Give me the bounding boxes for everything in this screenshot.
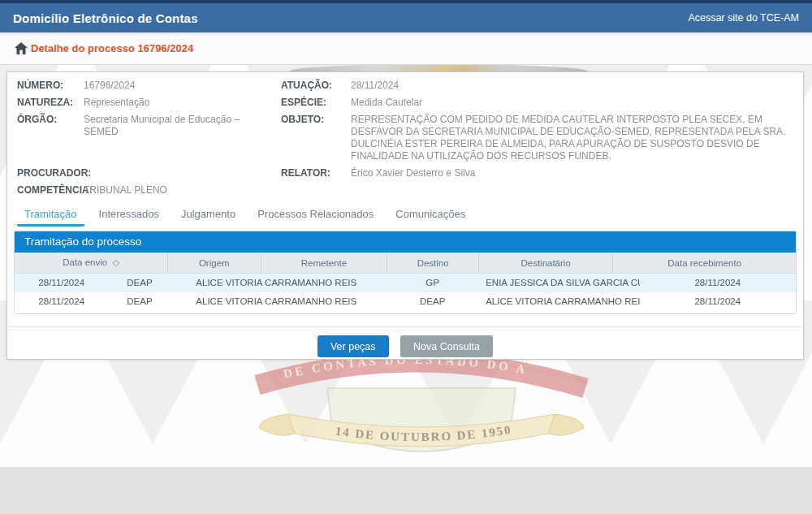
cell-destinatario[interactable]: ENIA JESSICA DA SILVA GARCIA CUNHA	[483, 274, 639, 292]
cell-remetente[interactable]: ALICE VITORIA CARRAMANHO REIS	[171, 292, 382, 311]
tab-processos-relacionados[interactable]: Processos Relacionados	[250, 202, 381, 227]
table-row[interactable]: 28/11/2024 DEAP ALICE VITORIA CARRAMANHO…	[15, 292, 796, 311]
tramitacao-table-body: 28/11/2024 DEAP ALICE VITORIA CARRAMANHO…	[15, 274, 796, 310]
cell-data-envio[interactable]: 28/11/2024	[15, 274, 108, 292]
process-detail-card: NÚMERO: 16796/2024 ATUAÇÃO: 28/11/2024 N…	[6, 71, 804, 360]
table-row[interactable]: 28/11/2024 DEAP ALICE VITORIA CARRAMANHO…	[15, 274, 796, 292]
column-data-envio[interactable]: Data envio ◇	[15, 253, 168, 274]
column-destinatario[interactable]: Destinatário	[478, 253, 612, 274]
cell-origem[interactable]: DEAP	[108, 292, 171, 311]
field-label-numero: NÚMERO:	[17, 80, 84, 92]
breadcrumb: Detalhe do processo 16796/2024	[0, 32, 812, 65]
field-value-relator: Érico Xavier Desterro e Silva	[351, 167, 792, 179]
table-bottom-spacer	[15, 310, 796, 313]
actions-bar: Ver peças Nova Consulta	[7, 326, 803, 360]
field-value-especie: Medida Cautelar	[351, 97, 792, 109]
app-header: Domicílio Eletrônico de Contas Acessar s…	[0, 3, 812, 32]
tab-julgamento[interactable]: Julgamento	[174, 202, 243, 227]
cell-data-recebimento[interactable]: 28/11/2024	[640, 292, 796, 311]
field-label-procurador: PROCURADOR:	[17, 167, 84, 179]
field-value-atuacao: 28/11/2024	[351, 80, 792, 92]
cell-data-envio[interactable]: 28/11/2024	[15, 292, 108, 311]
column-label: Data envio	[63, 257, 107, 267]
field-value-objeto: REPRESENTAÇÃO COM PEDIDO DE MEDIDA CAUTE…	[351, 114, 792, 162]
tramitacao-panel: Tramitação do processo Data envio ◇ Orig…	[14, 231, 797, 314]
field-label-competencia: COMPETÊNCIA:	[17, 184, 84, 197]
sort-icon[interactable]: ◇	[112, 257, 119, 267]
cell-destinatario[interactable]: ALICE VITORIA CARRAMANHO REIS	[483, 292, 639, 311]
app-title: Domicílio Eletrônico de Contas	[13, 11, 198, 25]
tab-interessados[interactable]: Interessados	[92, 202, 166, 227]
tab-tramitacao[interactable]: Tramitação	[17, 202, 84, 227]
field-value-procurador	[84, 167, 281, 179]
field-label-objeto: OBJETO:	[281, 114, 351, 162]
field-label-especie: ESPÉCIE:	[281, 97, 351, 109]
page-footer	[0, 467, 812, 514]
table-header-row: Data envio ◇ Origem Remetente Destino De…	[15, 253, 796, 274]
tce-site-link[interactable]: Acessar site do TCE-AM	[688, 12, 799, 24]
field-label-natureza: NATUREZA:	[17, 97, 84, 109]
cell-data-recebimento[interactable]: 28/11/2024	[640, 274, 796, 292]
cell-origem[interactable]: DEAP	[108, 274, 171, 292]
column-origem[interactable]: Origem	[168, 253, 261, 274]
column-remetente[interactable]: Remetente	[261, 253, 387, 274]
field-value-numero: 16796/2024	[84, 80, 281, 92]
field-value-natureza: Representação	[84, 97, 281, 109]
field-label-relator: RELATOR:	[281, 167, 351, 179]
page: DE CONTAS DO ESTADO DO A 14 DE OUTUBRO D…	[0, 0, 812, 514]
tab-comunicacoes[interactable]: Comunicações	[388, 202, 473, 227]
cell-destino[interactable]: DEAP	[382, 292, 483, 311]
ver-pecas-button[interactable]: Ver peças	[317, 335, 389, 357]
field-label-atuacao: ATUAÇÃO:	[281, 80, 351, 92]
process-tabs: Tramitação Interessados Julgamento Proce…	[17, 202, 803, 227]
breadcrumb-label: Detalhe do processo 16796/2024	[31, 42, 193, 54]
column-data-recebimento[interactable]: Data recebimento	[613, 253, 796, 274]
tramitacao-table-header: Data envio ◇ Origem Remetente Destino De…	[15, 253, 796, 274]
field-value-competencia: TRIBUNAL PLENO	[84, 184, 281, 197]
nova-consulta-button[interactable]: Nova Consulta	[400, 335, 493, 357]
tce-coat-of-arms-watermark: DE CONTAS DO ESTADO DO A 14 DE OUTUBRO D…	[246, 348, 597, 471]
field-label-orgao: ÓRGÃO:	[17, 114, 84, 162]
cell-remetente[interactable]: ALICE VITORIA CARRAMANHO REIS	[171, 274, 382, 292]
process-fields: NÚMERO: 16796/2024 ATUAÇÃO: 28/11/2024 N…	[7, 72, 803, 197]
column-destino[interactable]: Destino	[387, 253, 479, 274]
panel-title: Tramitação do processo	[15, 231, 796, 253]
cell-destino[interactable]: GP	[382, 274, 483, 292]
field-value-orgao: Secretaria Municipal de Educação – SEMED	[84, 114, 281, 162]
home-icon[interactable]	[15, 42, 28, 54]
